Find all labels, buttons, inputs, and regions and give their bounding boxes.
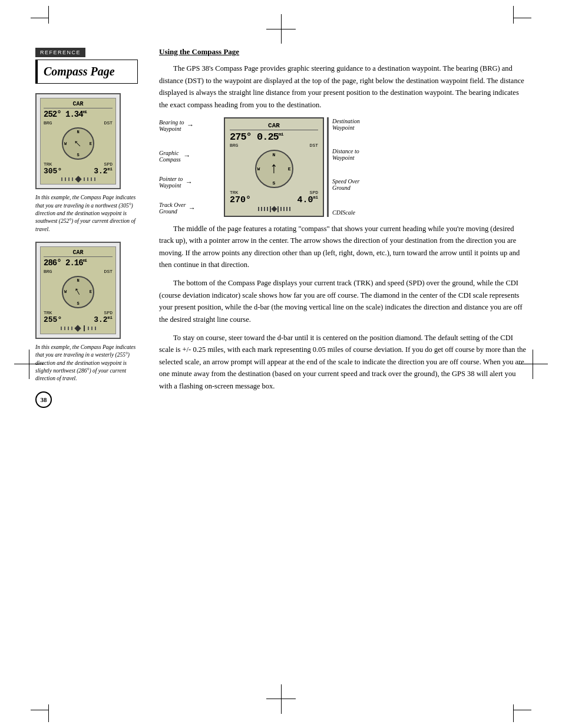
device2-bearing-value: 286° 2.16mi [44,258,87,268]
compass-page-title: Compass Page [35,60,138,84]
page-number: 38 [35,391,52,408]
diagram-compass-circle: N S E W ↑ [255,150,293,188]
device2-trk-label: TRK [44,310,52,315]
pointer-waypoint-label: Pointer toWaypoint [159,176,183,189]
device1-cdi [44,177,113,182]
device1-bearing-value: 252° 1.34mi [44,110,87,119]
device2-cdi [44,325,113,331]
bearing-arrow: → [187,121,194,130]
compass-page-label: Compass Page [44,65,115,78]
diagram-trk-val: 270° [230,195,251,205]
device1-compass: N S E W ↑ [62,127,94,160]
device1-trk-label: TRK [44,162,52,167]
speed-ground-label: Speed OverGround [332,178,359,191]
device2-spd-value: 3.2mi [94,315,113,324]
pointer-arrow: → [185,178,192,187]
diagram-dst-label: DST [310,143,318,148]
main-content: Using the Compass Page The GPS 38's Comp… [147,47,527,408]
track-arrow: → [188,204,195,213]
paragraph-2: The middle of the page features a rotati… [159,223,527,272]
page-edge-bar [327,117,329,217]
device2-compass: N S E W ↑ [62,276,94,308]
track-ground-label: Track OverGround [159,202,186,215]
reference-tab: REFERENCE [35,48,85,57]
diagram-container: Bearing toWaypoint → GraphicCompass → Po… [159,117,527,217]
device1-spd-label: SPD [104,162,113,167]
diagram-brg-label: BRG [230,143,238,148]
caption2: In this example, the Compass Page indica… [35,344,138,383]
device1-trk-value: 305° [44,167,62,176]
diagram-cdi-scale [230,206,318,212]
device1-arrow: ↑ [71,137,85,150]
graphic-compass-label: GraphicCompass [159,150,181,163]
device2-trk-value: 255° [44,315,62,324]
device2-brg-label: BRG [44,269,52,274]
device1-spd-value: 3.2mi [94,167,113,176]
diagram-labels-right: DestinationWaypoint Distance toWaypoint … [324,117,360,217]
caption1: In this example, the Compass Page indica… [35,194,138,233]
paragraph-1: The GPS 38's Compass Page provides graph… [159,62,527,111]
bearing-to-waypoint-label: Bearing toWaypoint [159,119,184,132]
diagram-spd-val: 4.0mi [297,195,318,205]
device2-dst-label: DST [104,269,113,274]
diagram-labels-left: Bearing toWaypoint → GraphicCompass → Po… [159,117,224,217]
device2-arrow: ↑ [72,285,84,299]
diagram-trk-label: TRK [230,190,238,195]
device-mockup-1: CAR 252° 1.34mi BRG DST N S E W ↑ [35,93,121,189]
diagram-waypoint: CAR [230,122,318,130]
cdi-scale-label: CDIScale [332,209,355,216]
diagram-bearing-val: 275° 0.25mi [230,131,283,143]
destination-waypoint-label: DestinationWaypoint [332,118,360,131]
paragraph-3: The bottom of the Compass Page displays … [159,277,527,326]
device2-spd-label: SPD [104,310,113,315]
diagram-spd-label: SPD [310,190,318,195]
diagram-compass-arrow: ↑ [269,161,279,176]
sidebar: REFERENCE Compass Page CAR 252° 1.34mi B… [35,47,147,408]
graphic-compass-arrow: → [183,151,190,160]
device2-waypoint: CAR [44,249,113,257]
device1-dst-label: DST [104,120,113,126]
device1-waypoint: CAR [44,101,113,108]
section-title: Using the Compass Page [159,47,527,57]
diagram-device-large: CAR 275° 0.25mi BRG DST N S E W [224,117,324,217]
paragraph-4: To stay on course, steer toward the d-ba… [159,332,527,393]
distance-waypoint-label: Distance toWaypoint [332,148,359,161]
device1-brg-label: BRG [44,120,52,126]
diagram-device: CAR 275° 0.25mi BRG DST N S E W [224,117,324,217]
device-mockup-2: CAR 286° 2.16mi BRG DST N S E W ↑ [35,242,121,339]
